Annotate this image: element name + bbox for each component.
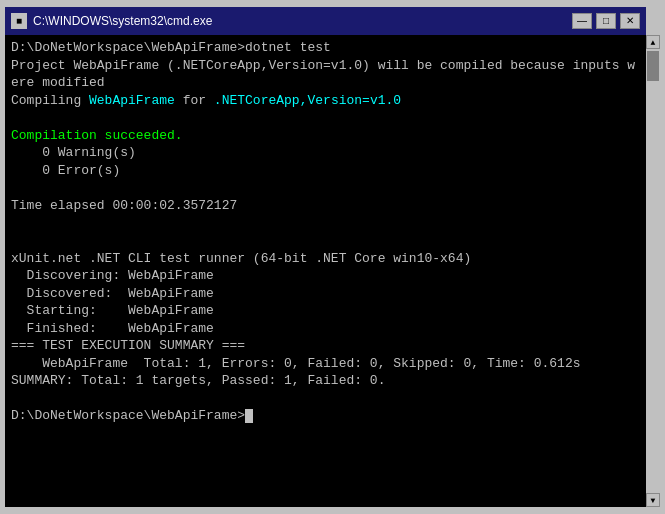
console-line: WebApiFrame Total: 1, Errors: 0, Failed:… <box>11 355 640 373</box>
scrollbar[interactable]: ▲ ▼ <box>646 35 660 507</box>
console-line: Time elapsed 00:00:02.3572127 <box>11 197 640 215</box>
window-inner: ■ C:\WINDOWS\system32\cmd.exe — □ ✕ D:\D… <box>5 7 646 507</box>
console-output: D:\DoNetWorkspace\WebApiFrame>dotnet tes… <box>5 35 646 507</box>
scroll-up-button[interactable]: ▲ <box>646 35 660 49</box>
close-button[interactable]: ✕ <box>620 13 640 29</box>
console-line: SUMMARY: Total: 1 targets, Passed: 1, Fa… <box>11 372 640 390</box>
minimize-button[interactable]: — <box>572 13 592 29</box>
console-line: Discovering: WebApiFrame <box>11 267 640 285</box>
console-line: xUnit.net .NET CLI test runner (64-bit .… <box>11 250 640 268</box>
console-line <box>11 232 640 250</box>
window: ■ C:\WINDOWS\system32\cmd.exe — □ ✕ D:\D… <box>5 7 660 507</box>
window-icon: ■ <box>11 13 27 29</box>
console-line: Starting: WebApiFrame <box>11 302 640 320</box>
console-line: ere modified <box>11 74 640 92</box>
console-line: 0 Warning(s) <box>11 144 640 162</box>
cursor-block <box>245 409 253 423</box>
console-line <box>11 179 640 197</box>
console-line: Compilation succeeded. <box>11 127 640 145</box>
console-line: === TEST EXECUTION SUMMARY === <box>11 337 640 355</box>
title-bar-left: ■ C:\WINDOWS\system32\cmd.exe <box>11 13 212 29</box>
console-line: Compiling WebApiFrame for .NETCoreApp,Ve… <box>11 92 640 110</box>
console-line <box>11 109 640 127</box>
console-prompt-line: D:\DoNetWorkspace\WebApiFrame> <box>11 407 640 425</box>
console-line: Discovered: WebApiFrame <box>11 285 640 303</box>
console-line: D:\DoNetWorkspace\WebApiFrame>dotnet tes… <box>11 39 640 57</box>
console-line: Finished: WebApiFrame <box>11 320 640 338</box>
console-line <box>11 214 640 232</box>
console-line: Project WebApiFrame (.NETCoreApp,Version… <box>11 57 640 75</box>
title-bar: ■ C:\WINDOWS\system32\cmd.exe — □ ✕ <box>5 7 646 35</box>
scroll-down-button[interactable]: ▼ <box>646 493 660 507</box>
maximize-button[interactable]: □ <box>596 13 616 29</box>
window-controls: — □ ✕ <box>572 13 640 29</box>
scrollbar-thumb[interactable] <box>647 51 659 81</box>
console-line <box>11 390 640 408</box>
window-title: C:\WINDOWS\system32\cmd.exe <box>33 14 212 28</box>
console-line: 0 Error(s) <box>11 162 640 180</box>
